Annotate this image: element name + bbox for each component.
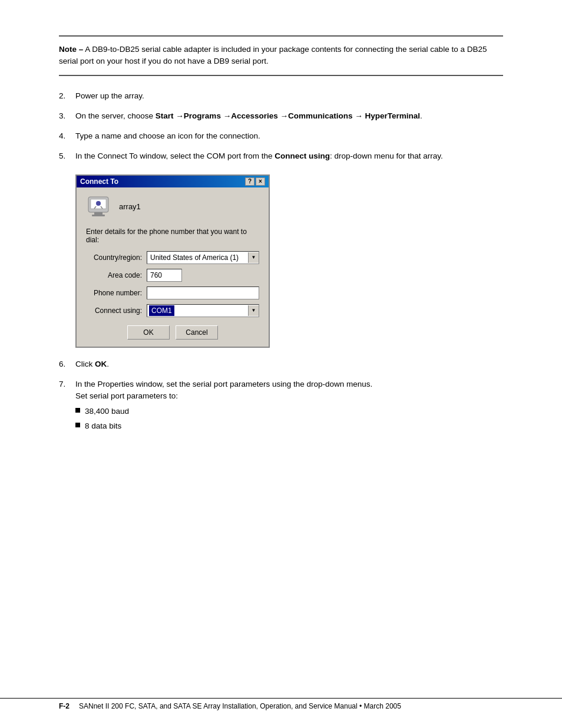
set-params-label: Set serial port parameters to: (75, 391, 178, 400)
svg-rect-3 (92, 215, 105, 216)
dialog-buttons: OK Cancel (86, 325, 259, 340)
country-region-label: Country/region: (86, 253, 142, 262)
dialog-prompt: Enter details for the phone number that … (86, 228, 259, 244)
country-region-input[interactable]: United States of America (1) ▼ (147, 251, 259, 264)
area-code-field: Area code: 760 (86, 269, 259, 282)
titlebar-buttons: ? × (245, 177, 265, 186)
footer-label: F-2 (59, 702, 70, 710)
bullet-baud-text: 38,400 baud (85, 406, 129, 417)
phone-number-input[interactable] (147, 286, 259, 299)
com-port-value: COM1 (149, 305, 174, 316)
dialog-wrapper: Connect To ? × (75, 174, 503, 348)
area-code-input[interactable]: 760 (147, 269, 182, 282)
svg-rect-2 (94, 212, 103, 215)
connect-using-input[interactable]: COM1 ▼ (147, 304, 259, 317)
step-3-num: 3. (59, 110, 75, 122)
step-7-text: In the Properties window, set the serial… (75, 378, 503, 434)
step-4-num: 4. (59, 130, 75, 142)
bullet-icon-baud (75, 408, 80, 413)
step-2-text: Power up the array. (75, 90, 503, 102)
bullet-data-bits: 8 data bits (75, 420, 503, 432)
step-7: 7. In the Properties window, set the ser… (59, 378, 503, 434)
svg-point-4 (96, 201, 101, 206)
step-6-num: 6. (59, 358, 75, 370)
connection-name: array1 (119, 202, 141, 211)
dialog-icon-row: array1 (86, 195, 259, 219)
step-3-text: On the server, choose Start →Programs →A… (75, 110, 503, 122)
bullet-baud: 38,400 baud (75, 406, 503, 417)
step-5-num: 5. (59, 150, 75, 162)
dialog-body: array1 Enter details for the phone numbe… (77, 187, 269, 347)
bullet-data-bits-text: 8 data bits (85, 420, 121, 432)
area-code-label: Area code: (86, 271, 142, 279)
close-button[interactable]: × (256, 177, 265, 186)
bullet-list: 38,400 baud 8 data bits (75, 406, 503, 432)
connect-using-label: Connect using: (86, 307, 142, 315)
step-6: 6. Click OK. (59, 358, 503, 370)
step-4-text: Type a name and choose an icon for the c… (75, 130, 503, 142)
step-2: 2. Power up the array. (59, 90, 503, 102)
cancel-button[interactable]: Cancel (176, 325, 218, 340)
ok-button[interactable]: OK (127, 325, 170, 340)
dialog-title: Connect To (80, 177, 118, 186)
connect-using-field: Connect using: COM1 ▼ (86, 304, 259, 317)
connect-using-dropdown-arrow[interactable]: ▼ (248, 305, 259, 316)
step-4: 4. Type a name and choose an icon for th… (59, 130, 503, 142)
note-label: Note – (59, 45, 83, 54)
note-box: Note – A DB9-to-DB25 serial cable adapte… (59, 35, 503, 76)
steps-after-list: 6. Click OK. 7. In the Properties window… (59, 358, 503, 434)
help-button[interactable]: ? (245, 177, 254, 186)
footer: F-2 SANnet II 200 FC, SATA, and SATA SE … (0, 698, 562, 710)
step-5-text: In the Connect To window, select the COM… (75, 150, 503, 162)
note-text: Note – A DB9-to-DB25 serial cable adapte… (59, 44, 503, 68)
step-5: 5. In the Connect To window, select the … (59, 150, 503, 162)
phone-number-field: Phone number: (86, 286, 259, 299)
country-region-field: Country/region: United States of America… (86, 251, 259, 264)
phone-number-label: Phone number: (86, 289, 142, 297)
step-7-num: 7. (59, 378, 75, 434)
country-dropdown-arrow[interactable]: ▼ (248, 252, 259, 263)
footer-title: SANnet II 200 FC, SATA, and SATA SE Arra… (79, 702, 401, 710)
dialog-titlebar: Connect To ? × (77, 176, 269, 187)
connect-to-dialog: Connect To ? × (75, 174, 270, 348)
step-3: 3. On the server, choose Start →Programs… (59, 110, 503, 122)
connection-icon (86, 195, 111, 219)
steps-list: 2. Power up the array. 3. On the server,… (59, 90, 503, 163)
step-6-text: Click OK. (75, 358, 503, 370)
bullet-icon-data-bits (75, 423, 80, 427)
step-2-num: 2. (59, 90, 75, 102)
